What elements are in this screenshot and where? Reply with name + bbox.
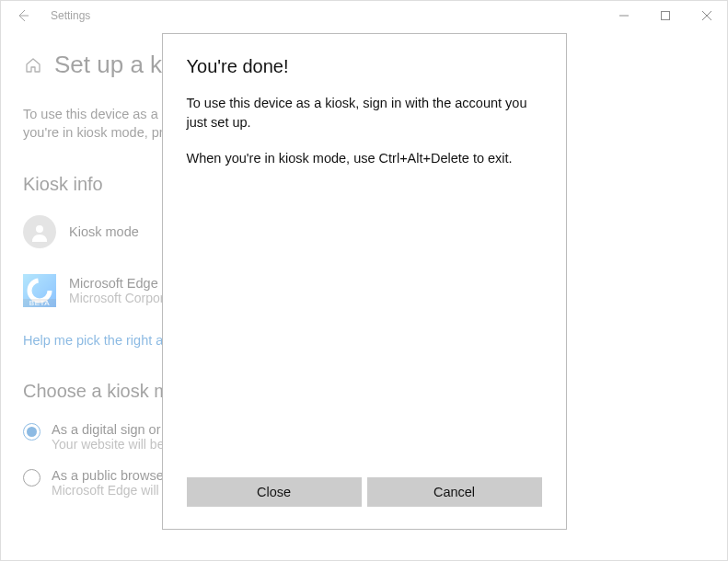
- youre-done-dialog: You're done! To use this device as a kio…: [162, 33, 567, 530]
- cancel-button[interactable]: Cancel: [367, 477, 542, 507]
- close-button[interactable]: Close: [187, 477, 362, 507]
- dialog-title: You're done!: [187, 56, 542, 77]
- dialog-text-1: To use this device as a kiosk, sign in w…: [187, 94, 542, 132]
- dialog-text-2: When you're in kiosk mode, use Ctrl+Alt+…: [187, 149, 542, 168]
